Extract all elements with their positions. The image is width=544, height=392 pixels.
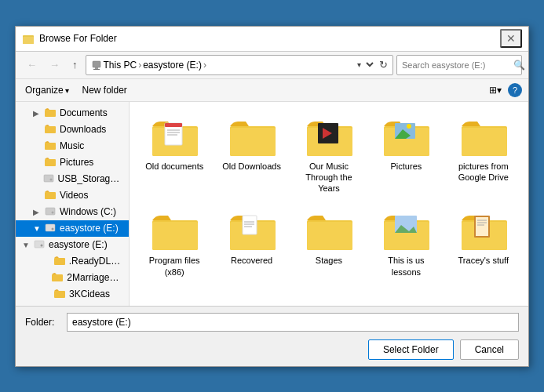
- folder-icon: [45, 190, 56, 201]
- folder-input[interactable]: [67, 313, 519, 332]
- sidebar-label-documents: Documents: [60, 107, 108, 118]
- breadcrumb-sep2: ›: [203, 60, 206, 71]
- file-label-old-documents: Old documents: [145, 161, 203, 172]
- drive-icon: [34, 239, 45, 251]
- file-label-pictures: Pictures: [391, 161, 422, 172]
- main-content: ▶ Documents Downloads Music: [16, 102, 528, 306]
- svg-rect-16: [35, 241, 44, 248]
- sidebar-item-3kcideas[interactable]: 3KCideas: [16, 286, 129, 303]
- file-item-old-documents[interactable]: Old documents: [139, 111, 210, 200]
- folder-icon: [45, 124, 56, 136]
- sidebar-item-2marriage[interactable]: 2MarriageConfe...: [16, 270, 129, 286]
- address-dropdown[interactable]: ▾: [352, 60, 376, 70]
- sidebar-item-music[interactable]: Music: [16, 138, 129, 154]
- svg-rect-40: [462, 128, 507, 156]
- file-item-our-music[interactable]: Our Music Through the Years: [294, 111, 364, 200]
- sidebar-label-music: Music: [60, 140, 84, 151]
- search-bar: 🔍: [396, 55, 522, 75]
- file-label-pictures-gdrive: pictures from Google Drive: [452, 161, 515, 183]
- sidebar-label-windows-c: Windows (C:): [60, 206, 116, 217]
- svg-rect-45: [243, 216, 257, 234]
- sidebar-label-downloads: Downloads: [60, 124, 106, 135]
- sidebar-item-pictures[interactable]: Pictures: [16, 154, 129, 171]
- file-item-stages[interactable]: Stages: [294, 205, 364, 283]
- sidebar-item-windows-c[interactable]: ▶ Windows (C:): [16, 204, 129, 220]
- folder-svg: [305, 117, 354, 158]
- sidebar-item-documents[interactable]: ▶ Documents: [16, 105, 129, 122]
- folder-svg: [228, 117, 277, 158]
- file-item-pictures-gdrive[interactable]: pictures from Google Drive: [448, 111, 519, 200]
- select-folder-button[interactable]: Select Folder: [368, 339, 454, 360]
- svg-rect-5: [45, 110, 56, 117]
- sidebar-item-videos[interactable]: Videos: [16, 187, 129, 204]
- svg-point-15: [52, 227, 54, 230]
- svg-point-13: [52, 211, 54, 213]
- forward-button[interactable]: →: [45, 56, 64, 74]
- button-row: Select Folder Cancel: [25, 339, 519, 360]
- view-icon: ⊞: [489, 85, 497, 96]
- breadcrumb-sep1: ›: [138, 60, 141, 71]
- folder-svg: [382, 211, 431, 252]
- svg-rect-2: [93, 61, 100, 67]
- sidebar-item-easystore-e[interactable]: ▼ easystore (E:): [16, 220, 129, 237]
- file-item-old-downloads[interactable]: Old Downloads: [216, 111, 287, 200]
- folder-label: Folder:: [25, 317, 60, 328]
- sidebar-item-usb[interactable]: USB_Storage Rea...: [16, 171, 129, 187]
- sidebar-label-easystore-root: easystore (E:): [49, 239, 108, 250]
- pc-icon: [91, 60, 102, 71]
- drive-icon: [45, 223, 56, 234]
- dialog-title: Browse For Folder: [39, 33, 117, 44]
- svg-rect-1: [23, 37, 34, 44]
- file-item-program-files[interactable]: Program files (x86): [139, 205, 210, 283]
- sidebar-item-readydlna[interactable]: .ReadyDLNA: [16, 253, 129, 270]
- navigation-toolbar: ← → ↑ This PC › easystore (E:) › ▾ ↻: [16, 52, 528, 79]
- sidebar-label-videos: Videos: [60, 190, 88, 201]
- svg-rect-8: [45, 159, 56, 166]
- file-label-our-music: Our Music Through the Years: [298, 161, 360, 194]
- address-bar: This PC › easystore (E:) › ▾ ↻: [86, 55, 394, 75]
- folder-icon: [45, 107, 56, 119]
- up-button[interactable]: ↑: [68, 56, 82, 74]
- sidebar-item-easystore-root[interactable]: ▼ easystore (E:): [16, 237, 129, 253]
- file-item-traceys-stuff[interactable]: Tracey's stuff: [448, 205, 519, 283]
- search-input[interactable]: [402, 60, 510, 70]
- view-toggle-button[interactable]: ⊞▾: [484, 82, 506, 98]
- sidebar-item-downloads[interactable]: Downloads: [16, 122, 129, 138]
- svg-rect-20: [54, 291, 65, 298]
- folder-icon: [54, 256, 65, 267]
- search-icon: 🔍: [513, 60, 525, 71]
- new-folder-button[interactable]: New folder: [78, 83, 130, 97]
- title-bar-left: Browse For Folder: [22, 32, 117, 45]
- svg-rect-42: [152, 222, 198, 250]
- svg-rect-29: [230, 128, 276, 156]
- expand-icon: ▶: [33, 109, 41, 118]
- view-controls: ⊞▾ ?: [484, 82, 522, 98]
- sidebar-label-readydlna: .ReadyDLNA: [69, 256, 122, 267]
- file-item-pictures[interactable]: Pictures: [371, 111, 441, 200]
- file-label-old-downloads: Old Downloads: [222, 161, 281, 172]
- close-button[interactable]: ✕: [500, 29, 522, 48]
- expand-icon: ▶: [33, 208, 41, 216]
- organize-button[interactable]: Organize: [22, 83, 72, 97]
- title-bar: Browse For Folder ✕: [16, 27, 528, 52]
- file-item-recovered[interactable]: Recovered: [216, 205, 287, 283]
- svg-rect-19: [52, 274, 63, 281]
- svg-rect-24: [165, 123, 182, 127]
- bottom-bar: Folder: Select Folder Cancel: [16, 306, 528, 366]
- svg-rect-7: [45, 143, 56, 150]
- folder-icon: [52, 272, 63, 284]
- folder-svg: [228, 211, 277, 252]
- folder-svg: [305, 211, 354, 252]
- svg-rect-12: [46, 208, 55, 215]
- folder-thumbnail: [460, 211, 507, 252]
- breadcrumb-drive[interactable]: easystore (E:): [143, 60, 202, 71]
- refresh-button[interactable]: ↻: [379, 59, 388, 71]
- breadcrumb-pc[interactable]: This PC: [104, 60, 137, 71]
- back-button[interactable]: ←: [22, 56, 42, 74]
- help-button[interactable]: ?: [508, 83, 522, 97]
- file-label-traceys-stuff: Tracey's stuff: [458, 255, 509, 266]
- cancel-button[interactable]: Cancel: [460, 339, 519, 360]
- expand-icon: ▼: [33, 224, 41, 233]
- file-item-this-is-us[interactable]: This is us lessons: [371, 205, 441, 283]
- svg-point-10: [49, 178, 52, 180]
